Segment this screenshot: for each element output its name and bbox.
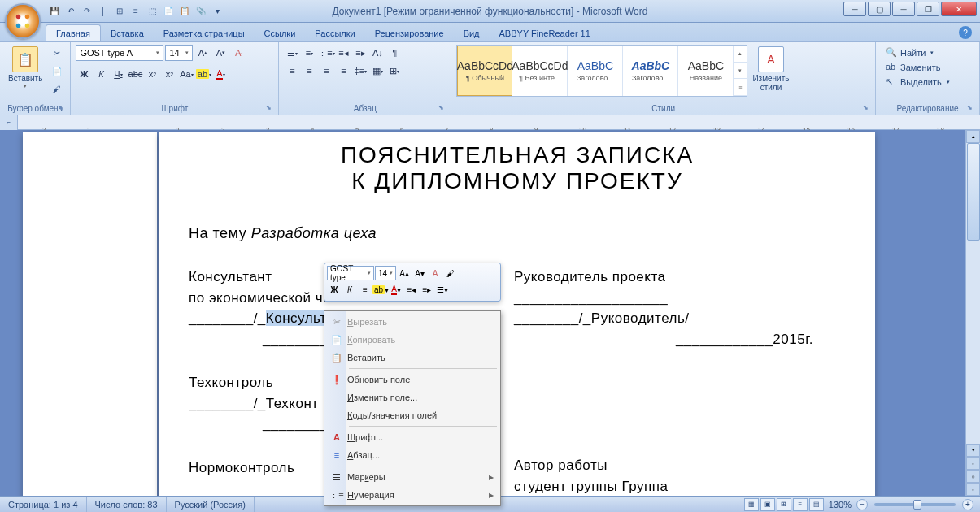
undo-icon[interactable]: ↶ bbox=[63, 4, 78, 19]
scroll-down-button[interactable]: ▾ bbox=[966, 444, 980, 457]
zoom-percent[interactable]: 130% bbox=[829, 500, 852, 510]
increase-indent-button[interactable]: ≡▸ bbox=[352, 45, 368, 61]
font-color-button[interactable]: A▾ bbox=[212, 66, 229, 82]
vertical-scrollbar[interactable]: ▴ ▾ ◦ ○ ◦ bbox=[965, 130, 980, 496]
mt-indent-dec-button[interactable]: ≡◂ bbox=[404, 282, 419, 297]
view-outline[interactable]: ≡ bbox=[793, 498, 808, 511]
borders-button[interactable]: ⊞▾ bbox=[386, 63, 403, 79]
sb-page[interactable]: Страница: 1 из 4 bbox=[0, 497, 87, 512]
minimize2-button[interactable]: ─ bbox=[892, 2, 915, 16]
superscript-button[interactable]: x2 bbox=[161, 66, 177, 82]
redo-icon[interactable]: ↷ bbox=[80, 4, 94, 19]
mt-font-select[interactable]: GOST type▾ bbox=[327, 266, 374, 280]
mt-styles-icon[interactable]: A bbox=[428, 266, 442, 280]
qat-btn-4[interactable]: 📄 bbox=[161, 4, 176, 19]
ruler-corner[interactable]: ⌐ bbox=[0, 115, 18, 130]
align-center-button[interactable]: ≡ bbox=[301, 63, 317, 79]
strike-button[interactable]: abc bbox=[127, 66, 143, 82]
align-left-button[interactable]: ≡ bbox=[284, 63, 300, 79]
font-name-select[interactable]: GOST type A▾ bbox=[76, 45, 163, 61]
select-button[interactable]: ↖Выделить▾ bbox=[882, 76, 953, 89]
help-icon[interactable]: ? bbox=[959, 26, 972, 39]
minimize-button[interactable]: ─ bbox=[843, 2, 866, 16]
cm-bullets[interactable]: ☰Маркеры▶ bbox=[326, 468, 499, 486]
qat-btn-1[interactable]: ⊞ bbox=[112, 4, 127, 19]
mt-indent-inc-button[interactable]: ≡▸ bbox=[420, 282, 434, 297]
zoom-thumb[interactable] bbox=[913, 500, 921, 510]
justify-button[interactable]: ≡ bbox=[335, 63, 351, 79]
mt-highlight-button[interactable]: ab▾ bbox=[373, 282, 388, 297]
sb-words[interactable]: Число слов: 83 bbox=[87, 497, 167, 512]
scroll-more-icon[interactable]: ≡ bbox=[734, 79, 747, 96]
qat-btn-6[interactable]: 📎 bbox=[194, 4, 208, 19]
tab-review[interactable]: Рецензирование bbox=[365, 25, 454, 41]
style-normal[interactable]: AaBbCcDd¶ Обычный bbox=[457, 46, 512, 96]
copy-icon[interactable]: 📄 bbox=[49, 63, 65, 79]
clear-format-icon[interactable]: A̶ bbox=[230, 45, 246, 61]
zoom-out-button[interactable]: − bbox=[856, 499, 868, 510]
cut-icon[interactable]: ✂ bbox=[49, 45, 65, 61]
style-heading2[interactable]: AaBbCЗаголово... bbox=[623, 46, 678, 96]
tab-mailings[interactable]: Рассылки bbox=[305, 25, 364, 41]
tab-view[interactable]: Вид bbox=[454, 25, 490, 41]
view-print-layout[interactable]: ▦ bbox=[744, 498, 759, 511]
grow-font-icon[interactable]: A▴ bbox=[194, 45, 211, 61]
office-button[interactable] bbox=[5, 3, 41, 39]
italic-button[interactable]: К bbox=[93, 66, 109, 82]
next-page-button[interactable]: ◦ bbox=[966, 483, 980, 496]
styles-scroll[interactable]: ▴▾≡ bbox=[734, 46, 747, 96]
qat-btn-2[interactable]: ≡ bbox=[128, 4, 143, 19]
style-heading1[interactable]: AaBbCЗаголово... bbox=[568, 46, 623, 96]
browse-object-button[interactable]: ○ bbox=[966, 470, 980, 483]
mt-grow-icon[interactable]: A▴ bbox=[397, 266, 412, 280]
font-size-select[interactable]: 14▾ bbox=[165, 45, 193, 61]
decrease-indent-button[interactable]: ≡◂ bbox=[335, 45, 351, 61]
mt-center-button[interactable]: ≡ bbox=[358, 282, 372, 297]
multilevel-button[interactable]: ⋮≡▾ bbox=[318, 45, 334, 61]
scroll-up-button[interactable]: ▴ bbox=[966, 130, 980, 143]
scroll-thumb[interactable] bbox=[967, 143, 980, 241]
tab-home[interactable]: Главная bbox=[46, 24, 101, 41]
scroll-down-icon[interactable]: ▾ bbox=[734, 63, 747, 80]
tab-insert[interactable]: Вставка bbox=[101, 25, 154, 41]
paste-button[interactable]: 📋 Вставить ▾ bbox=[5, 45, 46, 91]
restore-button[interactable]: ❐ bbox=[917, 2, 939, 16]
subscript-button[interactable]: x2 bbox=[144, 66, 160, 82]
sb-language[interactable]: Русский (Россия) bbox=[167, 497, 255, 512]
maximize-button[interactable]: ▢ bbox=[868, 2, 891, 16]
replace-button[interactable]: abЗаменить bbox=[882, 61, 953, 74]
cm-update-field[interactable]: ❗Обновить поле bbox=[326, 371, 499, 388]
mt-shrink-icon[interactable]: A▾ bbox=[412, 266, 427, 280]
cm-edit-field[interactable]: Изменить поле... bbox=[326, 388, 499, 406]
sort-button[interactable]: A↓ bbox=[369, 45, 385, 61]
format-painter-icon[interactable]: 🖌 bbox=[49, 80, 65, 97]
highlight-button[interactable]: ab▾ bbox=[195, 66, 211, 82]
cm-field-codes[interactable]: Коды/значения полей bbox=[326, 406, 499, 424]
zoom-slider[interactable] bbox=[874, 503, 956, 506]
qat-btn-5[interactable]: 📋 bbox=[177, 4, 192, 19]
underline-button[interactable]: Ч▾ bbox=[110, 66, 126, 82]
cm-font[interactable]: AШрифт... bbox=[326, 428, 499, 446]
view-draft[interactable]: ▤ bbox=[809, 498, 824, 511]
qat-btn-3[interactable]: ⬚ bbox=[145, 4, 159, 19]
mt-painter-icon[interactable]: 🖌 bbox=[443, 266, 458, 280]
style-nospacing[interactable]: AaBbCcDd¶ Без инте... bbox=[512, 46, 568, 96]
cm-paragraph[interactable]: ≡Абзац... bbox=[326, 446, 499, 464]
view-web[interactable]: ⊞ bbox=[777, 498, 791, 511]
mt-bold-button[interactable]: Ж bbox=[327, 282, 342, 297]
find-button[interactable]: 🔍Найти▾ bbox=[882, 46, 953, 59]
zoom-in-button[interactable]: + bbox=[962, 499, 973, 510]
mt-color-button[interactable]: A▾ bbox=[389, 282, 403, 297]
bold-button[interactable]: Ж bbox=[76, 66, 92, 82]
view-full-screen[interactable]: ▣ bbox=[760, 498, 775, 511]
mt-bullets-button[interactable]: ☰▾ bbox=[435, 282, 450, 297]
tab-references[interactable]: Ссылки bbox=[255, 25, 306, 41]
cm-numbering[interactable]: ⋮≡Нумерация▶ bbox=[326, 486, 499, 504]
close-button[interactable]: ✕ bbox=[941, 2, 977, 16]
align-right-button[interactable]: ≡ bbox=[318, 63, 334, 79]
qat-dropdown-icon[interactable]: ▾ bbox=[210, 4, 224, 19]
mt-size-select[interactable]: 14▾ bbox=[375, 266, 396, 280]
change-styles-button[interactable]: A Изменить стили bbox=[749, 45, 792, 93]
tab-abbyy[interactable]: ABBYY FineReader 11 bbox=[490, 25, 600, 41]
page[interactable]: ПОЯСНИТЕЛЬНАЯ ЗАПИСКА К ДИПЛОМНОМУ ПРОЕК… bbox=[159, 132, 875, 496]
